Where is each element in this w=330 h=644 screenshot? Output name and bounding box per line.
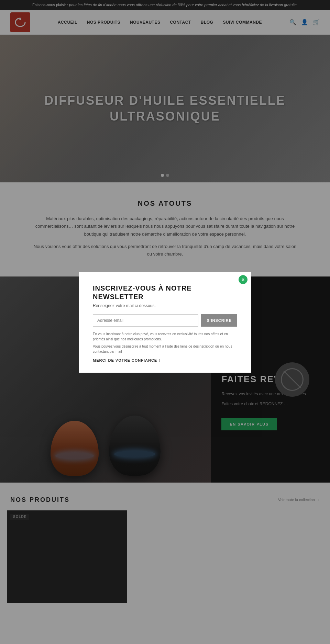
modal-title: INSCRIVEZ-VOUS À NOTRE NEWSLETTER [93, 284, 237, 301]
newsletter-modal: × INSCRIVEZ-VOUS À NOTRE NEWSLETTER Rens… [79, 272, 251, 373]
modal-small-text2: Vous pouvez vous désinscrire à tout mome… [93, 344, 237, 354]
modal-form: S'INSCRIRE [93, 314, 237, 327]
subscribe-button[interactable]: S'INSCRIRE [201, 314, 237, 327]
modal-small-text1: En vous inscrivant à notre club privé, v… [93, 331, 237, 342]
modal-close-button[interactable]: × [239, 275, 248, 284]
email-field[interactable] [93, 314, 198, 327]
modal-subtitle: Renseignez votre mail ci-dessous. [93, 303, 237, 308]
modal-overlay[interactable]: × INSCRIVEZ-VOUS À NOTRE NEWSLETTER Rens… [0, 0, 330, 610]
modal-thanks: MERCI DE VOTRE CONFIANCE ! [93, 358, 237, 362]
